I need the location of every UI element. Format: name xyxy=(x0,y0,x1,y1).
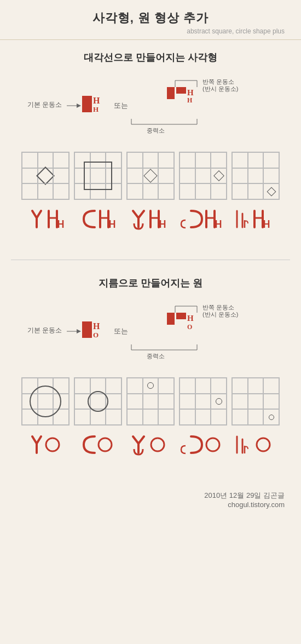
label2 xyxy=(74,208,122,232)
cell xyxy=(248,394,264,410)
cell xyxy=(74,168,90,184)
svg-text:H: H xyxy=(93,96,100,105)
cell xyxy=(232,168,248,184)
cell xyxy=(90,378,106,394)
circle-grid2 xyxy=(74,377,122,426)
cell xyxy=(263,394,279,410)
circle-xs xyxy=(269,415,274,420)
cell xyxy=(143,183,159,199)
svg-line-80 xyxy=(37,436,41,444)
cell xyxy=(53,378,69,394)
label4 xyxy=(179,208,227,232)
page-header: 사각형, 원 형상 추가 abstract square, circle sha… xyxy=(0,0,301,40)
cell-right xyxy=(211,394,227,410)
cell xyxy=(143,394,159,410)
svg-point-88 xyxy=(206,438,219,451)
page-title: 사각형, 원 형상 추가 xyxy=(5,10,296,26)
cell xyxy=(211,183,227,199)
circle-grid5 xyxy=(231,377,280,426)
cell xyxy=(22,168,38,184)
page-subtitle: abstract square, circle shape plus xyxy=(5,26,296,35)
cell xyxy=(180,168,195,184)
cell xyxy=(53,168,69,184)
cell xyxy=(74,378,90,394)
cell xyxy=(211,378,227,394)
cell xyxy=(248,378,264,394)
cell xyxy=(127,409,143,425)
cell xyxy=(248,183,264,199)
svg-line-79 xyxy=(32,436,37,444)
cell xyxy=(22,409,38,425)
svg-line-36 xyxy=(138,211,144,218)
svg-marker-2 xyxy=(77,104,81,108)
svg-text:반쪽 운동소: 반쪽 운동소 xyxy=(202,78,234,85)
cell xyxy=(106,394,121,410)
svg-point-87 xyxy=(151,438,164,451)
cell xyxy=(158,378,174,394)
cell xyxy=(232,409,248,425)
svg-text:O: O xyxy=(187,323,192,331)
cell xyxy=(106,409,121,425)
cell xyxy=(263,152,279,168)
cell xyxy=(180,152,195,168)
cell xyxy=(232,183,248,199)
grid4 xyxy=(179,152,227,200)
cell xyxy=(74,183,90,199)
cell xyxy=(74,152,90,168)
section-square: 대각선으로 만들어지는 사각형 기본 운동소 H H 또는 반쪽 운동소 (반시… xyxy=(0,40,301,254)
section1-labels xyxy=(16,208,285,232)
grid2 xyxy=(74,152,122,200)
svg-text:기본 운동소: 기본 운동소 xyxy=(27,326,62,334)
cell xyxy=(38,152,54,168)
grid1 xyxy=(21,152,70,200)
svg-rect-3 xyxy=(82,96,92,112)
svg-text:H: H xyxy=(187,96,193,104)
cell xyxy=(158,168,174,184)
cell-center xyxy=(38,168,54,184)
cell xyxy=(22,183,38,199)
section2-diagram: 기본 운동소 H O 또는 반쪽 운동소 (반시 운동소) H O 중력소 xyxy=(22,301,279,366)
circle-grid4 xyxy=(179,377,227,426)
diamond-br xyxy=(267,187,276,196)
svg-text:중력소: 중력소 xyxy=(147,353,165,359)
footer-site: chogul.tistory.com xyxy=(16,501,285,509)
svg-line-35 xyxy=(133,211,138,218)
cell xyxy=(90,168,106,184)
cell xyxy=(38,378,54,394)
cell xyxy=(53,183,69,199)
cell xyxy=(74,394,90,410)
cell xyxy=(22,378,38,394)
label3 xyxy=(126,208,175,232)
cell xyxy=(180,394,195,410)
svg-text:(반시 운동소): (반시 운동소) xyxy=(202,85,238,92)
cell xyxy=(180,183,195,199)
cell xyxy=(195,378,211,394)
cell xyxy=(53,152,69,168)
cell xyxy=(180,409,195,425)
circle-label1 xyxy=(21,434,70,458)
cell-top-center xyxy=(143,378,159,394)
svg-line-20 xyxy=(32,211,37,218)
cell-center xyxy=(38,394,54,410)
cell xyxy=(90,409,106,425)
svg-text:H: H xyxy=(187,314,194,323)
circle-right xyxy=(216,398,222,405)
svg-text:또는: 또는 xyxy=(114,101,128,110)
section-circle: 지름으로 만들어지는 원 기본 운동소 H O 또는 반쪽 운동소 (반시 운동… xyxy=(0,266,301,480)
section1-title: 대각선으로 만들어지는 사각형 xyxy=(16,51,285,64)
cell-center xyxy=(90,394,106,410)
section-divider xyxy=(11,260,290,260)
cell xyxy=(195,183,211,199)
cell xyxy=(127,378,143,394)
svg-text:또는: 또는 xyxy=(114,327,128,335)
cell-right xyxy=(211,168,227,184)
cell xyxy=(195,152,211,168)
cell xyxy=(195,168,211,184)
grid5 xyxy=(231,152,280,200)
cell xyxy=(248,409,264,425)
cell xyxy=(106,378,121,394)
cell xyxy=(211,409,227,425)
cell xyxy=(143,152,159,168)
cell xyxy=(195,394,211,410)
label1 xyxy=(21,208,70,232)
